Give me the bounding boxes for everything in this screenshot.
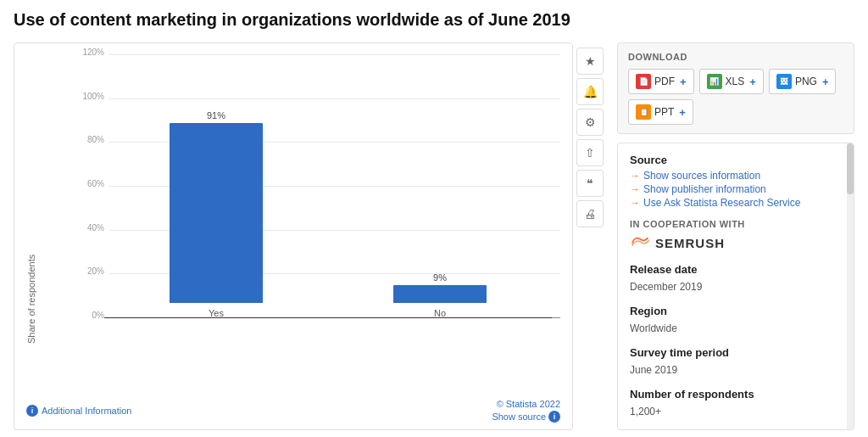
respondents-value: 1,200+ — [630, 404, 842, 419]
grid-label-120: 120% — [74, 48, 104, 57]
pdf-icon: 📄 — [636, 74, 651, 89]
quote-button[interactable]: ❝ — [576, 170, 604, 197]
show-sources-text: Show sources information — [643, 170, 760, 182]
grid-label-40: 40% — [74, 223, 104, 233]
source-label: Source — [630, 154, 842, 166]
bar-yes — [170, 123, 263, 303]
survey-period-value: June 2019 — [630, 362, 842, 378]
additional-info-label: Additional Information — [42, 406, 131, 416]
additional-info-link[interactable]: i Additional Information — [26, 405, 131, 417]
side-toolbar: ★ 🔔 ⚙ ⇧ ❝ 🖨 — [573, 42, 607, 430]
grid-label-20: 20% — [74, 266, 104, 276]
grid-label-0: 0% — [74, 311, 104, 320]
semrush-logo-icon — [630, 233, 650, 253]
region-label: Region — [630, 305, 842, 317]
notification-button[interactable]: 🔔 — [576, 78, 604, 105]
bar-no — [393, 285, 487, 303]
png-label: PNG — [795, 76, 817, 87]
share-button[interactable]: ⇧ — [576, 139, 604, 166]
region-value: Worldwide — [630, 321, 842, 336]
semrush-text: SEMRUSH — [655, 236, 725, 250]
respondents-label: Number of respondents — [630, 388, 842, 401]
chart-area: Share of respondents 120% 100% — [26, 55, 560, 344]
scrollbar-thumb[interactable] — [847, 143, 854, 194]
y-axis-label: Share of respondents — [26, 55, 36, 344]
footer-right: © Statista 2022 Show source i — [492, 399, 560, 423]
download-pdf-button[interactable]: 📄 PDF + — [628, 69, 694, 94]
pdf-plus-icon: + — [680, 76, 687, 88]
arrow-icon-ask: → — [630, 197, 640, 209]
release-date-value: December 2019 — [630, 279, 842, 294]
bar-group-yes: 91% Yes — [157, 110, 275, 318]
page-title: Use of content marketing in organization… — [14, 8, 854, 31]
cooperation-label: IN COOPERATION WITH — [630, 219, 842, 229]
grid-label-80: 80% — [74, 135, 104, 144]
x-axis-line — [104, 317, 552, 318]
xls-icon: 📊 — [707, 74, 722, 89]
settings-button[interactable]: ⚙ — [576, 109, 604, 136]
xls-label: XLS — [726, 76, 745, 87]
download-png-button[interactable]: 🖼 PNG + — [769, 69, 837, 94]
show-publisher-text: Show publisher information — [643, 183, 766, 195]
metadata-section: Source → Show sources information → Show… — [617, 143, 854, 430]
bar-group-no: 9% No — [381, 272, 499, 318]
download-ppt-button[interactable]: 📋 PPT + — [628, 99, 693, 125]
show-source-icon: i — [548, 411, 560, 423]
info-icon: i — [26, 405, 38, 417]
pdf-label: PDF — [654, 76, 675, 87]
main-content: Share of respondents 120% 100% — [14, 42, 854, 430]
download-title: DOWNLOAD — [628, 52, 843, 62]
chart-inner: 120% 100% 80% 60% — [40, 55, 560, 344]
scrollbar-track[interactable] — [847, 143, 854, 429]
chart-footer: i Additional Information © Statista 2022… — [26, 399, 560, 423]
download-section: DOWNLOAD 📄 PDF + 📊 XLS + 🖼 PNG + — [617, 42, 854, 134]
release-date-label: Release date — [630, 263, 842, 276]
show-sources-link[interactable]: → Show sources information — [630, 170, 842, 182]
print-button[interactable]: 🖨 — [576, 200, 604, 227]
grid-label-100: 100% — [74, 92, 104, 101]
ppt-plus-icon: + — [679, 106, 686, 119]
show-source-label: Show source — [492, 412, 546, 422]
ppt-label: PPT — [654, 106, 674, 118]
info-panel: DOWNLOAD 📄 PDF + 📊 XLS + 🖼 PNG + — [617, 42, 854, 430]
grid-label-60: 60% — [74, 179, 104, 188]
download-buttons: 📄 PDF + 📊 XLS + 🖼 PNG + 📋 PPT — [628, 69, 843, 125]
chart-container: Share of respondents 120% 100% — [14, 42, 573, 430]
png-icon: 🖼 — [776, 74, 792, 89]
bar-value-yes: 91% — [207, 110, 225, 120]
survey-period-label: Survey time period — [630, 346, 842, 359]
chart-section: Share of respondents 120% 100% — [14, 42, 607, 430]
show-publisher-link[interactable]: → Show publisher information — [630, 183, 842, 195]
arrow-icon-sources: → — [630, 170, 640, 182]
arrow-icon-publisher: → — [630, 183, 640, 195]
bar-value-no: 9% — [433, 272, 447, 283]
cooperation-logo: SEMRUSH — [630, 233, 842, 253]
bars-area: 91% Yes 9% No — [104, 55, 552, 318]
show-source-link[interactable]: Show source i — [492, 411, 560, 423]
ask-statista-link[interactable]: → Use Ask Statista Research Service — [630, 197, 842, 209]
xls-plus-icon: + — [749, 76, 756, 88]
png-plus-icon: + — [822, 76, 829, 88]
download-xls-button[interactable]: 📊 XLS + — [699, 69, 764, 94]
copyright-text: © Statista 2022 — [497, 399, 560, 409]
bookmark-button[interactable]: ★ — [576, 48, 604, 75]
ask-statista-text: Use Ask Statista Research Service — [643, 197, 800, 209]
ppt-icon: 📋 — [636, 104, 651, 120]
